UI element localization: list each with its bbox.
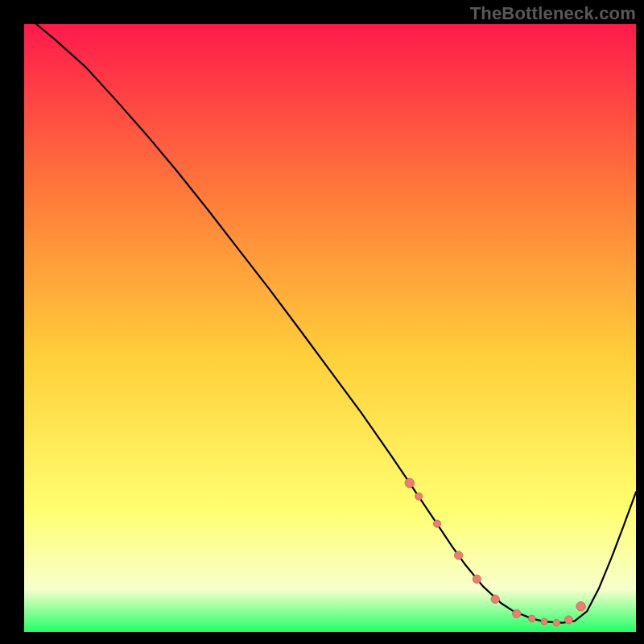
marker-dot <box>576 601 586 611</box>
marker-dot <box>529 615 536 622</box>
marker-dot <box>473 575 481 583</box>
marker-dot <box>541 618 547 625</box>
marker-dot <box>454 551 462 559</box>
marker-dot <box>405 478 415 488</box>
marker-dot <box>433 520 440 527</box>
marker-dot <box>553 619 560 626</box>
marker-dot <box>415 493 423 500</box>
chart-stage: TheBottleneck.com <box>0 0 644 644</box>
marker-dot <box>564 616 572 624</box>
marker-dot <box>491 595 499 603</box>
bottleneck-chart <box>0 0 644 644</box>
watermark-text: TheBottleneck.com <box>470 3 636 24</box>
marker-dot <box>513 609 521 617</box>
gradient-plot-area <box>24 24 636 632</box>
